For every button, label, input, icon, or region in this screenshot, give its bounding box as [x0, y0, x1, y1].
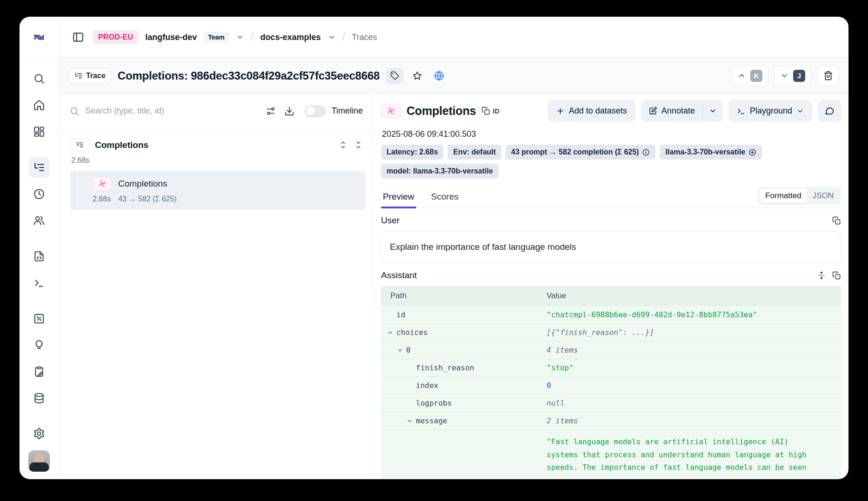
tree-toolbar: Timeline [59, 94, 373, 129]
timeline-toggle[interactable] [305, 105, 326, 117]
tree-child-label: Completions [118, 179, 167, 189]
model-tag-badge[interactable]: llama-3.3-70b-versatile [660, 145, 762, 160]
env-badge: Env: default [447, 145, 501, 160]
assistant-label: Assistant [381, 270, 417, 281]
pencil-square-icon [648, 107, 657, 115]
generation-icon [381, 104, 401, 118]
table-row[interactable]: choices [{"finish_reason": ...}] [381, 324, 841, 341]
bookmark-star-button[interactable] [409, 68, 425, 84]
dashboard-icon[interactable] [29, 121, 49, 142]
next-trace-button[interactable]: J [774, 66, 811, 86]
trash-icon [823, 71, 833, 80]
tag-icon [390, 71, 399, 80]
tab-scores[interactable]: Scores [429, 187, 461, 207]
expand-all-icon[interactable] [339, 140, 347, 149]
judge-lightbulb-icon[interactable] [29, 335, 49, 355]
table-row[interactable]: index 0 [381, 377, 841, 394]
tracing-icon[interactable] [29, 157, 49, 178]
format-formatted[interactable]: Formatted [760, 189, 807, 203]
chevron-down-icon [796, 107, 804, 115]
delete-trace-button[interactable] [817, 66, 839, 86]
table-row[interactable]: logprobs null [381, 394, 841, 412]
breadcrumb-org[interactable]: langfuse-dev [145, 33, 197, 42]
settings-gear-icon[interactable] [29, 423, 49, 444]
tree-root-duration: 2.68s [67, 153, 366, 171]
kbd-k: K [750, 70, 762, 82]
tree-child-tokens: 43 → 582 (Σ 625) [118, 195, 177, 203]
tag-button[interactable] [386, 68, 403, 84]
sidebar-bottom [28, 423, 50, 479]
chat-bubble-icon [825, 106, 835, 116]
user-avatar[interactable] [28, 450, 50, 472]
annotation-clipboard-icon[interactable] [29, 361, 49, 382]
app-window: PROD-EU langfuse-dev Team / docs-example… [20, 17, 848, 479]
datasets-database-icon[interactable] [29, 388, 49, 408]
kbd-j: J [793, 70, 805, 82]
metadata-badges: Latency: 2.68s Env: default 43 prompt → … [381, 145, 841, 179]
comments-button[interactable] [818, 100, 841, 122]
chevron-down-icon [407, 418, 413, 424]
user-label: User [381, 215, 400, 226]
add-to-datasets-button[interactable]: Add to datasets [548, 100, 635, 122]
user-section-header: User [381, 215, 841, 226]
panel-toggle-icon[interactable] [70, 29, 86, 45]
breadcrumb-project[interactable]: docs-examples [260, 33, 320, 42]
breadcrumb: PROD-EU langfuse-dev Team / docs-example… [59, 17, 848, 58]
evals-percent-icon[interactable] [29, 308, 49, 329]
tree-child-node-selected[interactable]: Completions 2.68s 43 → 582 (Σ 625) [70, 171, 366, 210]
public-globe-button[interactable] [431, 68, 447, 84]
tokens-badge[interactable]: 43 prompt → 582 completion (Σ 625) [506, 145, 656, 160]
playground-terminal-icon[interactable] [29, 273, 49, 293]
org-type-badge: Team [203, 32, 229, 43]
tab-preview[interactable]: Preview [381, 187, 416, 207]
annotate-dropdown-chevron[interactable] [703, 100, 723, 122]
copy-user-icon[interactable] [832, 216, 841, 225]
info-icon [642, 148, 650, 156]
trace-node-icon [70, 138, 89, 152]
annotate-button[interactable]: Annotate [641, 100, 702, 122]
table-row[interactable]: "Fast language models are artificial int… [381, 430, 841, 478]
breadcrumb-separator: / [342, 30, 346, 43]
prompts-file-icon[interactable] [29, 246, 49, 267]
trace-tree-panel: Timeline Completions [59, 94, 374, 479]
table-row[interactable]: 0 4 items [381, 341, 841, 359]
org-chevron-down-icon[interactable] [236, 33, 244, 41]
search-icon [69, 106, 80, 116]
detail-tabs: Preview Scores Formatted JSON [381, 187, 841, 208]
environment-badge: PROD-EU [93, 30, 139, 44]
user-message: Explain the importance of fast language … [381, 231, 841, 263]
format-json[interactable]: JSON [807, 189, 839, 203]
trace-header-bar: Trace Completions: 986dec33c084f29a2cf57… [59, 58, 848, 94]
tree-child-duration: 2.68s [93, 195, 111, 203]
latency-badge: Latency: 2.68s [381, 145, 443, 160]
users-icon[interactable] [29, 210, 49, 231]
table-row[interactable]: message 2 items [381, 412, 841, 430]
plus-icon [556, 107, 565, 115]
langfuse-logo[interactable] [20, 17, 59, 58]
sessions-clock-icon[interactable] [29, 184, 49, 204]
star-icon [412, 71, 422, 81]
home-icon[interactable] [29, 95, 49, 115]
search-nav-icon[interactable] [29, 68, 49, 89]
trace-title: Completions: 986dec33c084f29a2cf57fc35ee… [118, 69, 380, 82]
terminal-icon [737, 107, 746, 115]
observation-detail-panel: Completions ID Add to datasets [374, 94, 848, 479]
collapse-all-icon[interactable] [354, 140, 363, 149]
search-input[interactable] [85, 106, 257, 116]
expand-content-icon[interactable] [817, 271, 826, 280]
assistant-json-table: Path Value id "chatcmpl-6988b6ee-d699-40… [381, 286, 841, 478]
copy-assistant-icon[interactable] [832, 271, 841, 280]
download-icon[interactable] [284, 106, 294, 116]
observation-timestamp: 2025-08-06 09:41:00.503 [382, 129, 840, 139]
project-chevron-down-icon[interactable] [327, 33, 336, 41]
chevron-down-icon [780, 71, 789, 80]
table-row[interactable]: finish_reason "stop" [381, 359, 841, 377]
chevron-down-icon [709, 107, 717, 115]
prev-trace-button[interactable]: K [731, 66, 768, 86]
view-settings-icon[interactable] [266, 106, 276, 116]
tree-root-node[interactable]: Completions [67, 137, 366, 153]
playground-button[interactable]: Playground [728, 100, 812, 122]
table-row[interactable]: id "chatcmpl-6988b6ee-d699-402d-9e12-8bb… [381, 306, 841, 324]
timeline-label: Timeline [332, 106, 363, 116]
copy-id-button[interactable]: ID [481, 107, 500, 115]
